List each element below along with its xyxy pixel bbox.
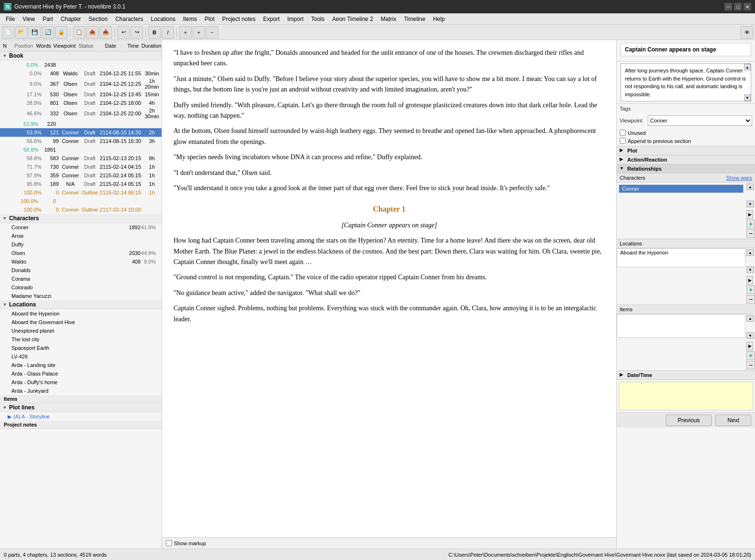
loc-lv426[interactable]: LV-426 — [0, 352, 162, 361]
view-toggle-button[interactable]: 👁 — [741, 26, 753, 39]
minimize-button[interactable]: ─ — [724, 3, 732, 10]
chars-remove-btn[interactable]: − — [746, 229, 755, 238]
char-conner-item[interactable]: Conner — [619, 185, 743, 193]
loc-hyperion[interactable]: Aboard the Hyperion — [0, 309, 162, 318]
char-duffy[interactable]: Duffy — [0, 240, 162, 249]
bold-button[interactable]: B — [148, 26, 161, 39]
redo-button[interactable]: ↪ — [131, 26, 143, 39]
items-arrow-btn[interactable]: ▶ — [746, 342, 753, 350]
section-desc-box[interactable]: After long journeys through space, Capta… — [621, 63, 751, 102]
section-row[interactable]: Collect eggs and get a little monster 10… — [0, 188, 162, 197]
undo-button[interactable]: ↩ — [117, 26, 130, 39]
char-olsen[interactable]: Olsen 2030 44.9% — [0, 249, 162, 257]
chapter1-row[interactable]: Chapter 1 53.9% 220 — [0, 120, 162, 128]
char-waldo[interactable]: Waldo 408 9.0% — [0, 257, 162, 266]
menu-chapter[interactable]: Chapter — [57, 13, 85, 24]
desc-scroll-down[interactable]: ▼ — [744, 94, 751, 101]
section-row[interactable]: Visit the android's laboratory 46.6% 332… — [0, 107, 162, 120]
italic-button[interactable]: I — [162, 26, 174, 39]
items-tree-header[interactable]: Items — [0, 395, 162, 403]
project-notes-header[interactable]: Project notes — [0, 421, 162, 429]
menu-project-notes[interactable]: Project notes — [218, 13, 259, 24]
show-markup-checkbox[interactable] — [166, 540, 172, 546]
show-markup-container[interactable]: Show markup — [166, 540, 206, 546]
menu-characters[interactable]: Characters — [112, 13, 147, 24]
section-row[interactable]: Conner takes the initiative 95.8% 189 N/… — [0, 180, 162, 188]
section-title-box[interactable]: Captain Conner appears on stage — [621, 43, 751, 56]
close-button[interactable]: ✕ — [744, 3, 751, 10]
section-row[interactable]: Approaching Arda 100.0% 0 Conner Outline… — [0, 205, 162, 214]
loc-arda-landing[interactable]: Arda - Landing site — [0, 361, 162, 369]
menu-locations[interactable]: Locations — [147, 13, 179, 24]
chars-arrow-btn[interactable]: ▶ — [746, 210, 753, 219]
loc-spaceport[interactable]: Spaceport Earth — [0, 344, 162, 352]
viewpoint-select[interactable]: Conner Arnie Duffy Olsen Waldo — [648, 115, 752, 126]
menu-view[interactable]: View — [19, 13, 39, 24]
section-row[interactable]: Meet a dead alien 87.9% 359 Conner Draft… — [0, 171, 162, 180]
lock-button[interactable]: 🔒 — [55, 26, 68, 39]
menu-export[interactable]: Export — [259, 13, 284, 24]
plot-a-item[interactable]: ▶ (A) A - Storyline — [0, 412, 162, 421]
chars-scroll-down[interactable]: ▼ — [746, 201, 754, 207]
section-row[interactable]: Receive a signal and change course 17.1%… — [0, 90, 162, 99]
menu-help[interactable]: Help — [429, 13, 449, 24]
new-button[interactable]: 📄 — [2, 26, 14, 39]
locs-add-btn[interactable]: + — [746, 285, 755, 294]
plotlines-header[interactable]: ▼ Plot lines — [0, 403, 162, 412]
open-button[interactable]: 📂 — [15, 26, 28, 39]
backup-button[interactable]: 📋 — [73, 26, 85, 39]
menu-aeon[interactable]: Aeon Timeline 2 — [328, 13, 377, 24]
menu-plot[interactable]: Plot — [201, 13, 218, 24]
section-row[interactable]: Madame Yaccuzzi gives the mission 56.6% … — [0, 137, 162, 145]
menu-items[interactable]: Items — [179, 13, 201, 24]
char-colorado[interactable]: Colorado — [0, 283, 162, 292]
locs-scroll-down[interactable]: ▼ — [746, 266, 754, 273]
section-row[interactable]: Captain Conner wakes up way off course 5… — [0, 154, 162, 163]
loc-unexplored[interactable]: Unexplored planet — [0, 326, 162, 335]
export-button[interactable]: 📤 — [86, 26, 99, 39]
chapter2-row[interactable]: Chapter 2 58.8% 1861 — [0, 145, 162, 154]
action-reaction-collapsible[interactable]: ▶ Action/Reaction — [617, 155, 755, 164]
relationships-collapsible[interactable]: ▼ Relationships — [617, 164, 755, 173]
prologue-row[interactable]: Prologue 0.0% 2438 — [0, 61, 162, 69]
previous-button[interactable]: Previous — [666, 415, 712, 426]
chars-scroll-up[interactable]: ▲ — [746, 183, 754, 190]
loc-hyperion-item[interactable]: Aboard the Hyperion — [617, 249, 745, 256]
menu-section[interactable]: Section — [85, 13, 112, 24]
items-add-btn[interactable]: + — [746, 351, 755, 360]
append-checkbox[interactable] — [620, 138, 626, 144]
char-corama[interactable]: Corama — [0, 275, 162, 283]
show-ages-label[interactable]: Show ages — [726, 175, 752, 181]
desc-scroll-up[interactable]: ▲ — [744, 64, 751, 71]
datetime-collapsible[interactable]: ▶ Date/Time — [617, 371, 755, 380]
maximize-button[interactable]: □ — [734, 3, 742, 10]
characters-header[interactable]: ▼ Characters — [0, 214, 162, 223]
import-button[interactable]: 📥 — [100, 26, 112, 39]
loc-arda-palace[interactable]: Arda - Glass Palace — [0, 369, 162, 378]
loc-hive[interactable]: Aboard the Governant Hive — [0, 318, 162, 326]
items-scroll-down[interactable]: ▼ — [746, 332, 754, 339]
add-button[interactable]: + — [179, 26, 192, 39]
section-row[interactable]: The travel of the Governant Hive is inte… — [0, 69, 162, 78]
menu-import[interactable]: Import — [284, 13, 307, 24]
menu-part[interactable]: Part — [39, 13, 57, 24]
char-conner[interactable]: Conner 1892 41.9% — [0, 223, 162, 232]
loc-lost-city[interactable]: The lost city — [0, 335, 162, 344]
menu-timeline[interactable]: Timeline — [400, 13, 429, 24]
chars-add-btn[interactable]: + — [746, 220, 755, 228]
locs-arrow-btn[interactable]: ▶ — [746, 276, 753, 285]
menu-matrix[interactable]: Matrix — [377, 13, 400, 24]
menu-file[interactable]: File — [2, 13, 19, 24]
plot-collapsible[interactable]: ▶ Plot — [617, 146, 755, 155]
unused-checkbox[interactable] — [620, 130, 626, 136]
section-row[interactable]: Officer Olsen takes command 9.0% 367 Ols… — [0, 78, 162, 90]
selected-section-row[interactable]: Captain Conner appears on stage 53.9% 12… — [0, 128, 162, 137]
chapter3-row[interactable]: Chapter 3 100.0% 0 — [0, 197, 162, 205]
locs-scroll-up[interactable]: ▲ — [746, 249, 754, 256]
remove-button[interactable]: − — [206, 26, 218, 39]
book-header[interactable]: ▼ Book — [0, 51, 162, 61]
section-row[interactable]: A damaged alien spacecraft 71.7% 730 Con… — [0, 163, 162, 171]
reload-button[interactable]: 🔄 — [42, 26, 54, 39]
save-button[interactable]: 💾 — [29, 26, 41, 39]
text-editor[interactable]: "I have to freshen up after the fright,"… — [162, 40, 616, 537]
